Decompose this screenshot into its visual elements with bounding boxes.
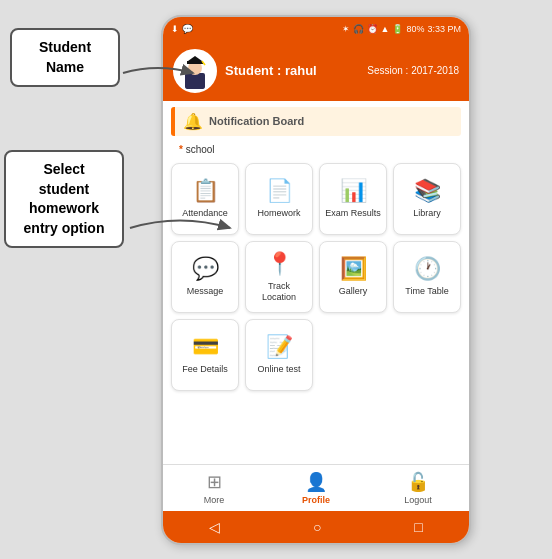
- menu-grid: 📋 Attendance 📄 Homework 📊 Exam Results 📚…: [163, 159, 469, 395]
- headphone-icon: 🎧: [353, 24, 364, 34]
- status-bar: ⬇ 💬 ✶ 🎧 ⏰ ▲ 🔋 80% 3:33 PM: [163, 17, 469, 41]
- grid-item-homework[interactable]: 📄 Homework: [245, 163, 313, 235]
- grid-item-time-table[interactable]: 🕐 Time Table: [393, 241, 461, 313]
- logout-label: Logout: [404, 495, 432, 505]
- whatsapp-icon: 💬: [182, 24, 193, 34]
- signal-icon: ▲: [381, 24, 390, 34]
- homework-label: Homework: [257, 208, 300, 219]
- recent-button[interactable]: □: [414, 519, 422, 535]
- alarm-icon: ⏰: [367, 24, 378, 34]
- nav-item-profile[interactable]: 👤 Profile: [265, 471, 367, 505]
- exam-results-icon: 📊: [340, 178, 367, 204]
- notification-title: Notification Board: [209, 115, 304, 127]
- gallery-icon: 🖼️: [340, 256, 367, 282]
- homework-icon: 📄: [266, 178, 293, 204]
- gallery-label: Gallery: [339, 286, 368, 297]
- logout-icon: 🔓: [407, 471, 429, 493]
- battery-percent: 80%: [406, 24, 424, 34]
- time-table-icon: 🕐: [414, 256, 441, 282]
- nav-item-more[interactable]: ⊞ More: [163, 471, 265, 505]
- callout-student-name: Student Name: [10, 28, 120, 87]
- grid-item-fee-details[interactable]: 💳 Fee Details: [171, 319, 239, 391]
- grid-item-message[interactable]: 💬 Message: [171, 241, 239, 313]
- download-icon: ⬇: [171, 24, 179, 34]
- grid-item-exam-results[interactable]: 📊 Exam Results: [319, 163, 387, 235]
- message-icon: 💬: [192, 256, 219, 282]
- track-location-label: Track Location: [250, 281, 308, 303]
- library-icon: 📚: [414, 178, 441, 204]
- fee-details-label: Fee Details: [182, 364, 228, 375]
- notification-bar: 🔔 Notification Board: [171, 107, 461, 136]
- arrow-student: [118, 58, 198, 88]
- phone-frame: ⬇ 💬 ✶ 🎧 ⏰ ▲ 🔋 80% 3:33 PM: [161, 15, 471, 545]
- profile-icon: 👤: [305, 471, 327, 493]
- more-icon: ⊞: [207, 471, 222, 493]
- message-label: Message: [187, 286, 224, 297]
- online-test-label: Online test: [257, 364, 300, 375]
- online-test-icon: 📝: [266, 334, 293, 360]
- status-left-icons: ⬇ 💬: [171, 24, 193, 34]
- student-name-label: Student : rahul: [225, 63, 317, 78]
- student-info: Student : rahul: [225, 63, 317, 78]
- grid-item-gallery[interactable]: 🖼️ Gallery: [319, 241, 387, 313]
- battery-icon: 🔋: [392, 24, 403, 34]
- track-location-icon: 📍: [266, 251, 293, 277]
- back-button[interactable]: ◁: [209, 519, 220, 535]
- time-display: 3:33 PM: [427, 24, 461, 34]
- time-table-label: Time Table: [405, 286, 449, 297]
- nav-item-logout[interactable]: 🔓 Logout: [367, 471, 469, 505]
- more-label: More: [204, 495, 225, 505]
- callout-homework-hint: Select student homework entry option: [4, 150, 124, 248]
- bluetooth-icon: ✶: [342, 24, 350, 34]
- callout-student-text: Student Name: [39, 39, 91, 75]
- bottom-nav: ⊞ More 👤 Profile 🔓 Logout: [163, 464, 469, 511]
- status-right-icons: ✶ 🎧 ⏰ ▲ 🔋 80% 3:33 PM: [342, 24, 461, 34]
- library-label: Library: [413, 208, 441, 219]
- callout-homework-text: Select student homework entry option: [24, 161, 105, 236]
- session-label: Session : 2017-2018: [367, 65, 459, 76]
- fee-details-icon: 💳: [192, 334, 219, 360]
- header: Student : rahul Session : 2017-2018: [163, 41, 469, 101]
- grid-item-library[interactable]: 📚 Library: [393, 163, 461, 235]
- exam-results-label: Exam Results: [325, 208, 381, 219]
- grid-item-track-location[interactable]: 📍 Track Location: [245, 241, 313, 313]
- notification-icon: 🔔: [183, 112, 203, 131]
- attendance-icon: 📋: [192, 178, 219, 204]
- grid-item-online-test[interactable]: 📝 Online test: [245, 319, 313, 391]
- android-nav-bar: ◁ ○ □: [163, 511, 469, 543]
- profile-label: Profile: [302, 495, 330, 505]
- arrow-homework: [120, 208, 240, 248]
- notification-item: * school: [163, 142, 469, 159]
- home-button[interactable]: ○: [313, 519, 321, 535]
- notification-item-text: school: [186, 144, 215, 155]
